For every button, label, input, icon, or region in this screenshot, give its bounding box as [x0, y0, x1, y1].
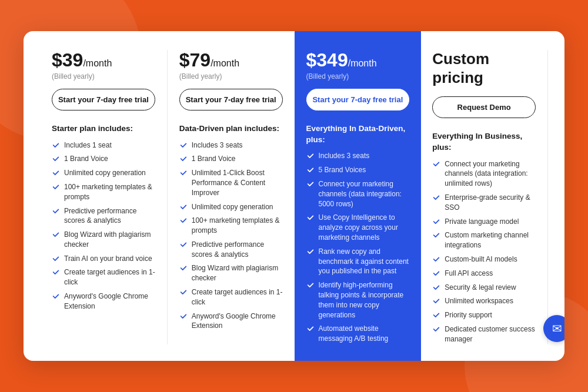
- check-icon: [432, 297, 440, 305]
- list-item: 1 Brand Voice: [179, 154, 283, 164]
- check-icon: [306, 247, 315, 256]
- enterprise-feature-list: Connect your marketing channels (data in…: [432, 159, 536, 344]
- check-icon: [179, 288, 188, 296]
- list-item: Connect your marketing channels (data in…: [432, 159, 536, 189]
- list-item: Anyword's Google Chrome Extension: [52, 292, 155, 311]
- check-icon: [179, 203, 188, 211]
- pricing-card: $39/month (Billed yearly) Start your 7-d…: [24, 31, 564, 360]
- list-item: Security & legal review: [432, 283, 536, 293]
- list-item: Identify high-performing talking points …: [306, 280, 410, 320]
- list-item: Custom marketing channel integrations: [432, 230, 536, 250]
- check-icon: [432, 325, 440, 333]
- list-item: Unlimited copy generation: [52, 168, 155, 178]
- check-icon: [432, 255, 440, 263]
- check-icon: [432, 217, 440, 226]
- list-item: 5 Brand Voices: [306, 165, 410, 175]
- check-icon: [306, 166, 315, 174]
- starter-billing: (Billed yearly): [52, 72, 155, 81]
- check-icon: [52, 183, 60, 191]
- starter-price: $39/month: [52, 50, 155, 71]
- starter-includes-title: Starter plan includes:: [52, 123, 155, 135]
- check-icon: [52, 254, 60, 263]
- check-icon: [179, 169, 188, 177]
- list-item: Anyword's Google Chrome Extension: [179, 311, 283, 331]
- list-item: 100+ marketing templates & prompts: [179, 216, 283, 236]
- list-item: Rank new copy and benchmark it against c…: [306, 247, 410, 276]
- check-icon: [52, 207, 60, 215]
- list-item: Enterprise-grade security & SSO: [432, 193, 536, 213]
- list-item: Includes 3 seats: [179, 140, 283, 150]
- check-icon: [432, 269, 440, 277]
- check-icon: [179, 216, 188, 225]
- check-icon: [179, 141, 188, 149]
- list-item: Use Copy Intelligence to analyze copy ac…: [306, 213, 410, 242]
- check-icon: [306, 281, 315, 289]
- enterprise-price: Custom pricing: [432, 50, 536, 86]
- plan-enterprise: Custom pricing Request Demo Everything I…: [420, 50, 548, 344]
- chat-icon: ✉: [552, 321, 562, 336]
- chat-button[interactable]: ✉: [543, 315, 564, 342]
- list-item: Predictive performance scores & analytic…: [179, 240, 283, 260]
- check-icon: [432, 160, 440, 168]
- list-item: Unlimited workspaces: [432, 296, 536, 306]
- starter-feature-list: Includes 1 seat 1 Brand Voice Unlimited …: [52, 140, 155, 311]
- list-item: Predictive performance scores & analytic…: [52, 206, 155, 226]
- data-driven-includes-title: Data-Driven plan includes:: [179, 123, 283, 135]
- list-item: 100+ marketing templates & prompts: [52, 182, 155, 202]
- plan-data-driven: $79/month (Billed yearly) Start your 7-d…: [168, 50, 295, 344]
- check-icon: [179, 264, 188, 272]
- list-item: Includes 1 seat: [52, 140, 155, 150]
- check-icon: [52, 169, 60, 177]
- business-cta-button[interactable]: Start your 7-day free trial: [306, 89, 410, 110]
- starter-cta-button[interactable]: Start your 7-day free trial: [52, 89, 155, 110]
- list-item: Blog Wizard with plagiarism checker: [179, 263, 283, 283]
- list-item: Full API access: [432, 269, 536, 279]
- business-feature-list: Includes 3 seats 5 Brand Voices Connect …: [306, 151, 410, 344]
- list-item: Dedicated customer success manager: [432, 324, 536, 344]
- list-item: 1 Brand Voice: [52, 154, 155, 164]
- list-item: Custom-built AI models: [432, 254, 536, 264]
- list-item: Blog Wizard with plagiarism checker: [52, 230, 155, 250]
- list-item: Priority support: [432, 310, 536, 320]
- list-item: Train AI on your brand voice: [52, 254, 155, 264]
- check-icon: [306, 324, 315, 333]
- list-item: Automated website messaging A/B testing: [306, 324, 410, 344]
- data-driven-cta-button[interactable]: Start your 7-day free trial: [179, 89, 283, 110]
- list-item: Unlimited 1-Click Boost Performance & Co…: [179, 168, 283, 197]
- check-icon: [432, 193, 440, 202]
- list-item: Includes 3 seats: [306, 151, 410, 161]
- check-icon: [306, 152, 315, 160]
- data-driven-feature-list: Includes 3 seats 1 Brand Voice Unlimited…: [179, 140, 283, 331]
- list-item: Create target audiences in 1-click: [179, 287, 283, 307]
- business-price: $349/month: [306, 50, 410, 71]
- check-icon: [432, 283, 440, 292]
- check-icon: [432, 311, 440, 319]
- check-icon: [52, 155, 60, 163]
- check-icon: [52, 268, 60, 276]
- plan-starter: $39/month (Billed yearly) Start your 7-d…: [40, 50, 168, 344]
- list-item: Unlimited copy generation: [179, 202, 283, 212]
- data-driven-price: $79/month: [179, 50, 283, 71]
- list-item: Create target audiences in 1-click: [52, 267, 155, 287]
- check-icon: [179, 312, 188, 320]
- check-icon: [432, 231, 440, 239]
- plan-business: $349/month (Billed yearly) Start your 7-…: [295, 31, 422, 360]
- check-icon: [306, 213, 315, 222]
- enterprise-cta-button[interactable]: Request Demo: [432, 96, 536, 118]
- business-includes-title: Everything In Data-Driven, plus:: [306, 123, 410, 146]
- check-icon: [179, 155, 188, 163]
- check-icon: [306, 180, 315, 188]
- check-icon: [52, 292, 60, 300]
- business-billing: (Billed yearly): [306, 72, 410, 81]
- list-item: Private language model: [432, 217, 536, 227]
- check-icon: [52, 141, 60, 149]
- list-item: Connect your marketing channels (data in…: [306, 179, 410, 209]
- enterprise-includes-title: Everything In Business, plus:: [432, 131, 536, 153]
- check-icon: [179, 240, 188, 249]
- data-driven-billing: (Billed yearly): [179, 72, 283, 81]
- check-icon: [52, 230, 60, 239]
